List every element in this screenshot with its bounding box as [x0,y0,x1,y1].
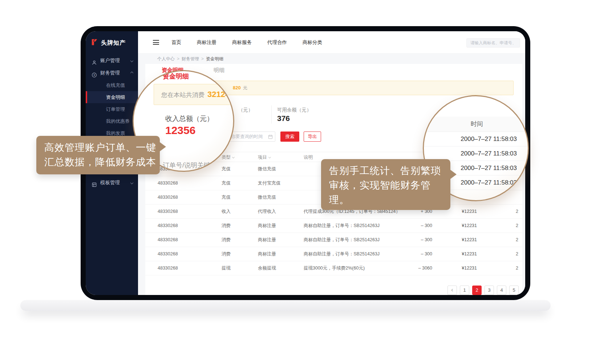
nav-item-代理合作[interactable]: 代理合作 [267,39,287,46]
breadcrumb-separator: > [201,56,204,61]
calendar-icon[interactable] [268,134,273,141]
table-row: 48330268消费商标注册商标自助注册，订单号：SB2514263J– 300… [145,247,522,261]
cell-balance: ¥12231 [437,219,477,233]
cell-type: 提现 [222,261,231,275]
cell-time-fragment: 2 [516,219,522,233]
sidebar-item-label: 账户管理 [100,58,120,63]
cell-order: 48330268 [158,261,178,275]
cell-amount: – 3060 [392,261,432,275]
trademark-search-input[interactable] [466,38,520,48]
callout-left: 高效管理账户订单、一键汇总数据，降低财务成本 [36,136,160,174]
sidebar-item-模板管理[interactable]: 模板管理 [86,177,138,189]
cell-balance: ¥12231 [437,261,477,275]
income-total-value: 12356 [165,124,195,137]
cell-type: 充值 [222,176,231,190]
cell-project: 商标注册 [258,233,276,247]
chevron-down-icon [130,59,133,62]
sort-caret-icon [268,156,271,158]
pagination-page-3[interactable]: 3 [485,286,494,295]
cell-project: 微信充值 [258,190,276,205]
cell-amount: – 300 [392,247,432,261]
cell-amount: – 300 [392,233,432,247]
cell-type: 消费 [222,219,231,233]
cell-type: 消费 [222,247,231,261]
cell-order: 48330268 [158,247,178,261]
balance-label: 可用余额（元） [277,107,312,113]
sidebar-item-label: 模板管理 [100,180,120,185]
pagination-page-1[interactable]: 1 [460,286,469,295]
cell-project: 商标注册 [258,247,276,261]
chevron-up-icon [130,72,133,74]
table-row: 48330268消费商标注册商标自助注册，订单号：SB2514263J– 300… [145,233,522,247]
breadcrumb-item-个人中心[interactable]: 个人中心 [157,56,175,61]
time-column-header: 时间 [424,117,529,132]
nav-item-商标服务[interactable]: 商标服务 [232,39,252,46]
cell-project: 微信充值 [258,162,276,176]
cell-balance: ¥12231 [437,247,477,261]
header-type[interactable]: 类型 [222,152,234,162]
cell-time-fragment: 2 [516,205,522,219]
callout-text-line: 理。 [329,193,442,207]
nav-item-商标注册[interactable]: 商标注册 [197,39,216,46]
template-icon [92,180,97,192]
cell-description: 商标自助注册，订单号：SB2514263J [304,247,380,261]
cell-type: 收入 [222,205,231,219]
svg-text:¥: ¥ [93,73,95,77]
table-row: 48330268提现余额提现提现3000元，手续费2%(60元)– 3060¥1… [145,261,522,275]
chevron-down-icon [130,181,133,184]
nav-item-商标分类[interactable]: 商标分类 [303,39,322,46]
nav-menu: 首页商标注册商标服务代理合作商标分类 [171,31,322,54]
stat-partial-label: （元） [238,107,253,113]
search-button[interactable]: 搜索 [280,132,299,142]
hamburger-icon[interactable] [153,40,159,46]
cell-amount: – 300 [392,219,432,233]
cell-type: 消费 [222,233,231,247]
cell-order: 48330268 [158,233,178,247]
table-row: 48330268消费商标注册商标自助注册，订单号：SB2514263J– 300… [145,219,522,233]
sidebar-subitem-我的优惠券[interactable]: 我的优惠券 [86,115,138,127]
pagination: ‹12345 [447,286,519,295]
canvas: 头牌知产 账户管理¥财务管理在线充值资金明细订单管理我的优惠券我的发票模板管理 … [0,0,616,364]
pagination-prev[interactable]: ‹ [447,286,457,295]
breadcrumb-item-财务管理[interactable]: 财务管理 [182,56,199,61]
pagination-page-2[interactable]: 2 [472,286,482,295]
top-navbar: 首页商标注册商标服务代理合作商标分类 [138,31,525,54]
banner-visible-fragment: 820元 [233,81,247,95]
callout-text-line: 高效管理账户订单、一键 [44,140,152,155]
cell-type: 充值 [222,162,231,176]
cell-project: 余额提现 [258,261,276,275]
callout-text-line: 告别手工统计、告别繁琐 [329,163,442,178]
sidebar-item-财务管理[interactable]: ¥财务管理 [86,67,138,79]
sidebar-subitem-在线充值[interactable]: 在线充值 [86,79,138,91]
tab-secondary-fragment[interactable]: 明细 [214,67,224,74]
callout-text-line: 汇总数据，降低财务成本 [44,155,152,169]
sidebar-item-label: 财务管理 [100,70,120,76]
magnified-tab-label: 资金明细 [163,72,189,81]
logo-icon [91,39,98,47]
cell-description: 商标自助注册，订单号：SB2514263J [304,233,380,247]
magnified-time-row: 2000–7–27 11:58:03 [424,132,529,146]
nav-item-首页[interactable]: 首页 [171,39,181,46]
cell-description: 提现3000元，手续费2%(60元) [304,261,365,275]
export-button[interactable]: 导出 [304,132,321,142]
pagination-page-4[interactable]: 4 [497,286,506,295]
callout-right: 告别手工统计、告别繁琐审核，实现智能财务管理。 [321,159,450,210]
brand-name: 头牌知产 [101,39,126,47]
header-project[interactable]: 项目 [258,152,271,162]
cell-order: 48330268 [158,219,178,233]
balance-value: 376 [277,114,290,123]
callout-text-line: 审核，实现智能财务管 [329,178,442,193]
cell-order: 48330268 [158,205,178,219]
breadcrumb-separator: > [177,56,179,61]
cell-time-fragment: 2 [516,261,522,275]
income-total-label: 收入总额（元） [165,114,214,124]
sidebar-subitem-订单管理[interactable]: 订单管理 [86,103,138,115]
pagination-page-5[interactable]: 5 [509,286,519,295]
cell-project: 代理收入 [258,205,276,219]
sidebar-subitem-资金明细[interactable]: 资金明细 [86,91,138,103]
cell-project: 商标注册 [258,219,276,233]
magnified-time-row: 2000–7–27 11:58:03 [424,146,529,161]
cell-project: 支付宝充值 [258,176,281,190]
laptop-base [20,300,551,311]
sidebar-item-账户管理[interactable]: 账户管理 [86,54,138,67]
